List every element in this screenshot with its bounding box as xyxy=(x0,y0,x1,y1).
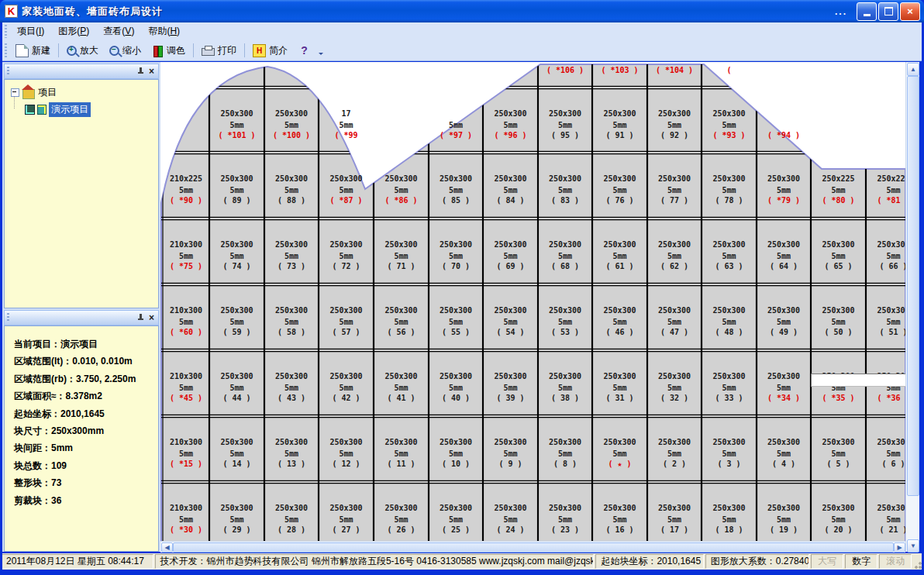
tree-item-project[interactable]: 演示项目 xyxy=(25,102,158,117)
inplace-edit-box[interactable] xyxy=(811,374,905,387)
tile-label[interactable]: 250x3005mm( 41 ) xyxy=(374,350,429,412)
tile-label[interactable]: 250x3005mm( *101 ) xyxy=(209,88,264,150)
tile-label[interactable]: 250x3005mm( 89 ) xyxy=(209,153,264,215)
tile-label[interactable]: 250x3005mm( 24 ) xyxy=(483,482,538,541)
print-button[interactable]: 打印 xyxy=(196,42,242,60)
tile-label[interactable]: 250x3005mm( 11 ) xyxy=(374,416,429,478)
tile-label[interactable]: 250x3005mm( 55 ) xyxy=(429,284,483,346)
tile-label[interactable]: 250x3005mm( 49 ) xyxy=(757,284,811,346)
help-button[interactable]: ? xyxy=(293,43,315,59)
tile-label[interactable]: 250x3005mm( *86 ) xyxy=(374,153,429,215)
tile-label[interactable]: 175mm( *99 xyxy=(319,88,374,150)
scroll-left-icon[interactable]: ◀ xyxy=(161,542,173,553)
tile-label[interactable]: 250x3005mm( 73 ) xyxy=(264,219,319,281)
tile-label[interactable]: 250x3005mm( 28 ) xyxy=(264,482,319,541)
tile-label[interactable]: 250x3005mm( 17 ) xyxy=(647,482,702,541)
tile-label[interactable]: 250x3005mm( 12 ) xyxy=(319,416,374,478)
menu-grip[interactable] xyxy=(5,25,7,37)
tile-label[interactable]: 250x3005mm( 54 ) xyxy=(483,284,538,346)
tile-label[interactable]: 250x3005mm( 91 ) xyxy=(592,88,647,150)
vertical-scroll-thumb[interactable] xyxy=(907,76,919,496)
close-button[interactable]: × xyxy=(900,2,920,21)
panel-grip[interactable] xyxy=(7,313,9,322)
tile-label[interactable]: 250x3005mm( 61 ) xyxy=(592,219,647,281)
tile-label[interactable]: 250x3005mm( 6 ) xyxy=(866,416,905,478)
tile-label[interactable]: 210x3005mm( *15 ) xyxy=(163,416,209,478)
tile-label[interactable]: 250x3005mm( 8 ) xyxy=(538,416,592,478)
tile-label[interactable]: 250x3005mm( 92 ) xyxy=(647,88,702,150)
tile-label[interactable]: 250x3005mm( 56 ) xyxy=(374,284,429,346)
tile-label[interactable]: ( *94 ) xyxy=(757,88,811,150)
menu-item[interactable]: 查看(V) xyxy=(96,22,141,40)
tile-label[interactable]: 250x3005mm( 13 ) xyxy=(264,416,319,478)
tile-label[interactable]: 5mm( *97 ) xyxy=(429,88,483,150)
close-panel-icon[interactable]: × xyxy=(149,67,154,75)
panel-grip[interactable] xyxy=(7,67,9,76)
tile-label[interactable]: 250x3005mm( 64 ) xyxy=(757,219,811,281)
scroll-down-icon[interactable]: ▼ xyxy=(907,539,919,553)
horizontal-scrollbar[interactable]: ◀ ▶ xyxy=(160,541,905,553)
tile-label[interactable]: 250x3005mm( 33 ) xyxy=(702,350,757,412)
tile-label[interactable]: 250x3005mm( 70 ) xyxy=(429,219,483,281)
tile-label[interactable]: 250x3005mm( 21 ) xyxy=(866,482,905,541)
tile-label[interactable]: 250x3005mm( 5 ) xyxy=(811,416,866,478)
tile-label[interactable]: 250x3005mm( 78 ) xyxy=(702,153,757,215)
close-panel-icon[interactable]: × xyxy=(149,314,154,322)
tile-label[interactable]: 250x3005mm( 47 ) xyxy=(647,284,702,346)
pin-icon[interactable] xyxy=(137,67,144,75)
tree-item-label[interactable]: 演示项目 xyxy=(49,102,91,117)
tile-label[interactable]: 250x3005mm( 59 ) xyxy=(209,284,264,346)
tile-label[interactable]: 210x2255mm( *90 ) xyxy=(163,153,209,215)
tree-root-label[interactable]: 项目 xyxy=(38,86,57,99)
status-toggle[interactable]: 大写 xyxy=(811,554,843,569)
toolbar-grip[interactable] xyxy=(5,43,7,57)
tile-label[interactable]: 250x3005mm( *87 ) xyxy=(319,153,374,215)
scroll-up-icon[interactable]: ▲ xyxy=(907,63,919,76)
new-button[interactable]: 新建 xyxy=(10,42,56,60)
tile-label[interactable]: 250x3005mm( 31 ) xyxy=(592,350,647,412)
tile-label[interactable]: 250x3005mm( 39 ) xyxy=(483,350,538,412)
tile-label[interactable]: 250x3005mm( 65 ) xyxy=(811,219,866,281)
tile-label[interactable]: 250x3005mm( *93 ) xyxy=(702,88,757,150)
horizontal-scroll-thumb[interactable] xyxy=(173,542,894,553)
tile-label[interactable]: 250x3005mm( 77 ) xyxy=(647,153,702,215)
tile-label[interactable]: 250x3005mm( 74 ) xyxy=(209,219,264,281)
tile-label[interactable]: 250x3005mm( 58 ) xyxy=(264,284,319,346)
zoom-in-button[interactable]: +放大 xyxy=(61,42,104,60)
tile-label[interactable]: 250x3005mm( 57 ) xyxy=(319,284,374,346)
tile-label[interactable]: 250x3005mm( 88 ) xyxy=(264,153,319,215)
tile-label[interactable]: 250x3005mm( 43 ) xyxy=(264,350,319,412)
tile-label[interactable]: 250x3005mm( 76 ) xyxy=(592,153,647,215)
tile-label[interactable]: 250x3005mm( *100 ) xyxy=(264,88,319,150)
menu-item[interactable]: 项目(I) xyxy=(10,22,51,40)
tile-layout-canvas[interactable]: ( *106 )( *103 )( *104 )(250x3005mm( *10… xyxy=(160,62,905,541)
tile-label[interactable]: 250x3005mm( 38 ) xyxy=(538,350,592,412)
tile-label[interactable]: 250x3005mm( 25 ) xyxy=(429,482,483,541)
tile-label[interactable]: 210x3005mm( *30 ) xyxy=(163,482,209,541)
intro-button[interactable]: H简介 xyxy=(247,42,293,60)
tile-label[interactable]: 250x3005mm( 23 ) xyxy=(538,482,592,541)
tile-label[interactable]: 250x3005mm( 83 ) xyxy=(538,153,592,215)
tile-label[interactable]: 250x3005mm( 44 ) xyxy=(209,350,264,412)
tile-label[interactable]: 250x3005mm( 40 ) xyxy=(429,350,483,412)
tile-label[interactable]: 250x3005mm( 63 ) xyxy=(702,219,757,281)
tile-label[interactable]: 250x3005mm( 53 ) xyxy=(538,284,592,346)
tile-label[interactable]: 250x3005mm( 18 ) xyxy=(702,482,757,541)
minimize-button[interactable] xyxy=(857,2,877,21)
tree-root-項目[interactable]: 项目 xyxy=(11,86,158,99)
scroll-right-icon[interactable]: ▶ xyxy=(894,542,905,553)
tile-label[interactable]: 250x3005mm( *34 ) xyxy=(757,350,811,412)
menu-item[interactable]: 帮助(H) xyxy=(141,22,187,40)
tile-label[interactable]: 250x3005mm( 4 ) xyxy=(757,416,811,478)
palette-button[interactable]: 调色 xyxy=(147,42,191,60)
tile-label[interactable]: 250x3005mm( 66 ) xyxy=(866,219,905,281)
tile-label[interactable]: 250x3005mm( 10 ) xyxy=(429,416,483,478)
tile-label[interactable]: 250x3005mm( 85 ) xyxy=(429,153,483,215)
tile-label[interactable]: 250x3005mm( 3 ) xyxy=(702,416,757,478)
tile-label[interactable]: 210x3005mm( *45 ) xyxy=(163,350,209,412)
tile-label[interactable]: 250x3005mm( 42 ) xyxy=(319,350,374,412)
tile-label[interactable]: 250x3005mm( 32 ) xyxy=(647,350,702,412)
status-toggle[interactable]: 滚动 xyxy=(879,554,912,569)
title-bar[interactable]: K 家装地面砖、墙面砖布局设计 ... × xyxy=(0,0,924,22)
tile-label[interactable]: 250x3005mm( 2 ) xyxy=(647,416,702,478)
